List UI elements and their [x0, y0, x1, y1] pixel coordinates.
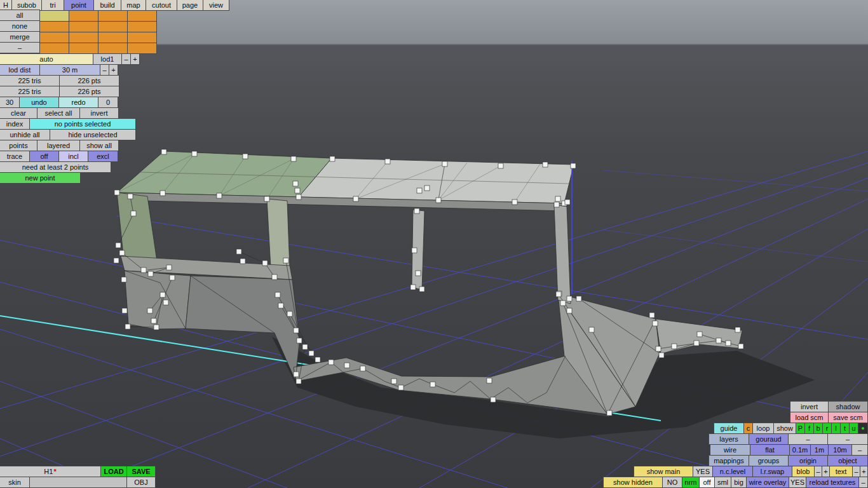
- vertex-handle[interactable]: [419, 287, 424, 292]
- blob-button[interactable]: blob: [792, 466, 815, 477]
- text-button[interactable]: text: [829, 466, 853, 477]
- select-all-button[interactable]: select all: [37, 107, 80, 119]
- vertex-handle[interactable]: [283, 258, 288, 263]
- vertex-handle[interactable]: [726, 341, 731, 346]
- trace-incl-button[interactable]: incl: [58, 151, 88, 162]
- trace-excl-button[interactable]: excl: [88, 151, 118, 162]
- unhide-all-button[interactable]: unhide all: [0, 129, 50, 140]
- vertex-handle[interactable]: [309, 351, 314, 356]
- tab-map[interactable]: map: [121, 0, 146, 11]
- collapse-button[interactable]: –: [0, 42, 40, 53]
- vertex-handle[interactable]: [353, 196, 358, 201]
- vertex-handle[interactable]: [262, 261, 268, 266]
- vertex-handle[interactable]: [116, 243, 121, 248]
- lod-plus-button[interactable]: +: [130, 53, 140, 65]
- vertex-handle[interactable]: [294, 328, 299, 333]
- subobject-cell[interactable]: [39, 10, 69, 22]
- vertex-handle[interactable]: [330, 156, 335, 161]
- vertex-handle[interactable]: [498, 163, 503, 168]
- tab-view[interactable]: view: [203, 0, 229, 11]
- vertex-handle[interactable]: [560, 301, 566, 306]
- vertex-handle[interactable]: [412, 248, 417, 253]
- vertex-handle[interactable]: [128, 194, 133, 199]
- vertex-handle[interactable]: [160, 292, 165, 297]
- vertex-handle[interactable]: [154, 325, 159, 330]
- loop-button[interactable]: loop: [752, 423, 774, 434]
- grid-1m-button[interactable]: 1m: [810, 444, 829, 456]
- reload-textures-minus[interactable]: –: [858, 477, 868, 488]
- vertex-handle[interactable]: [278, 303, 283, 308]
- wire-overlay-button[interactable]: wire overlay: [746, 477, 789, 488]
- points-button[interactable]: points: [0, 140, 37, 151]
- skin-name-field[interactable]: [29, 477, 127, 488]
- vertex-handle[interactable]: [141, 268, 146, 273]
- lod-minus-button[interactable]: –: [121, 53, 131, 65]
- vertex-handle[interactable]: [329, 360, 334, 365]
- vertex-handle[interactable]: [294, 372, 299, 377]
- vertex-handle[interactable]: [148, 271, 153, 276]
- vertex-handle[interactable]: [565, 200, 570, 205]
- vertex-handle[interactable]: [217, 193, 222, 198]
- vertex-handle[interactable]: [151, 318, 156, 323]
- lod-dist-plus-button[interactable]: +: [109, 64, 118, 76]
- layered-button[interactable]: layered: [37, 140, 80, 151]
- nrm-button[interactable]: nrm: [682, 477, 700, 488]
- show-all-button[interactable]: show all: [79, 140, 119, 151]
- vertex-handle[interactable]: [659, 353, 664, 358]
- subobject-cell[interactable]: [98, 21, 128, 32]
- flat-button[interactable]: flat: [750, 444, 790, 456]
- vertex-handle[interactable]: [589, 327, 594, 332]
- text-plus-button[interactable]: +: [860, 466, 868, 477]
- vertex-handle[interactable]: [424, 186, 430, 191]
- lod-dist-value[interactable]: 30 m: [39, 64, 100, 76]
- vertex-handle[interactable]: [716, 338, 721, 343]
- tab-tri[interactable]: tri: [41, 0, 64, 11]
- tab-build[interactable]: build: [93, 0, 121, 11]
- trace-button[interactable]: trace: [0, 151, 30, 162]
- nc-level-button[interactable]: n.c.level: [712, 466, 753, 477]
- subobject-cell[interactable]: [98, 10, 128, 22]
- vertex-handle[interactable]: [576, 296, 581, 301]
- redo-button[interactable]: redo: [58, 97, 98, 108]
- invert-selection-button[interactable]: invert: [79, 107, 119, 119]
- vertex-handle[interactable]: [567, 296, 572, 301]
- vertex-handle[interactable]: [656, 346, 661, 351]
- tab-cutout[interactable]: cutout: [146, 0, 177, 11]
- vertex-handle[interactable]: [114, 258, 119, 263]
- vertex-handle[interactable]: [236, 249, 241, 254]
- vertex-handle[interactable]: [264, 196, 269, 201]
- vertex-handle[interactable]: [275, 292, 280, 297]
- vertex-handle[interactable]: [738, 344, 743, 349]
- vertex-handle[interactable]: [240, 259, 245, 264]
- view-f-button[interactable]: f: [804, 423, 814, 434]
- vertex-handle[interactable]: [735, 327, 740, 332]
- subobject-cell[interactable]: [39, 43, 69, 54]
- shadow-button[interactable]: shadow: [828, 401, 868, 412]
- vertex-handle[interactable]: [360, 366, 365, 371]
- hide-unselected-button[interactable]: hide unselected: [50, 129, 136, 140]
- vertex-handle[interactable]: [296, 379, 301, 384]
- subobject-cell[interactable]: [39, 21, 69, 32]
- vertex-handle[interactable]: [243, 154, 248, 159]
- vertex-handle[interactable]: [554, 202, 559, 207]
- vertex-handle[interactable]: [147, 308, 153, 313]
- load-button[interactable]: LOAD: [100, 466, 127, 477]
- vertex-handle[interactable]: [297, 338, 302, 343]
- vertex-handle[interactable]: [697, 332, 702, 337]
- vertex-handle[interactable]: [114, 190, 119, 195]
- tab-page[interactable]: page: [177, 0, 203, 11]
- vertex-handle[interactable]: [487, 378, 492, 383]
- vertex-handle[interactable]: [391, 379, 397, 384]
- load-scm-button[interactable]: load scm: [790, 412, 829, 423]
- vertex-handle[interactable]: [543, 162, 548, 167]
- vertex-handle[interactable]: [125, 324, 130, 329]
- clear-button[interactable]: clear: [0, 107, 37, 119]
- wire-overlay-value[interactable]: YES: [789, 477, 806, 488]
- vertex-handle[interactable]: [344, 363, 349, 368]
- merge-button[interactable]: merge: [0, 31, 40, 43]
- vertex-handle[interactable]: [293, 181, 298, 186]
- vertex-handle[interactable]: [287, 311, 292, 316]
- vertex-handle[interactable]: [556, 292, 561, 297]
- subobject-cell[interactable]: [127, 43, 157, 54]
- dash-button[interactable]: –: [788, 433, 828, 445]
